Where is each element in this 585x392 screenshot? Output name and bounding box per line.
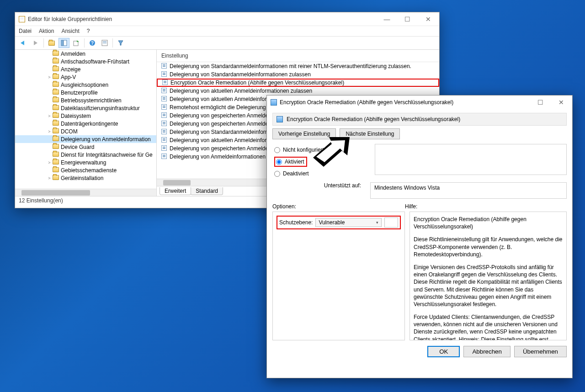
window-title: Editor für lokale Gruppenrichtlinien bbox=[28, 16, 377, 22]
folder-icon bbox=[53, 128, 59, 135]
help-panel: Encryption Oracle Remediation (Abhilfe g… bbox=[410, 212, 567, 340]
radio-disabled[interactable]: Deaktiviert bbox=[274, 168, 370, 180]
list-row[interactable]: Encryption Oracle Remediation (Abhilfe g… bbox=[157, 79, 439, 87]
tree-item[interactable]: Antischadsoftware-Frühstart bbox=[15, 58, 156, 65]
radio-not-configured[interactable]: Nicht konfiguriert bbox=[274, 144, 370, 156]
policy-icon bbox=[277, 116, 283, 122]
minimize-button[interactable]: — bbox=[377, 13, 397, 26]
back-button[interactable] bbox=[18, 38, 29, 48]
tree-item[interactable]: Delegierung von Anmeldeinformation bbox=[15, 135, 156, 143]
previous-setting-button[interactable]: Vorherige Einstellung bbox=[272, 128, 336, 139]
tree-item-label: Energieverwaltung bbox=[61, 159, 106, 166]
list-item-label: Delegierung von gespeicherten Anmeldei bbox=[170, 145, 270, 152]
tree-item[interactable]: >Energieverwaltung bbox=[15, 159, 156, 166]
tree-item[interactable]: Device Guard bbox=[15, 143, 156, 151]
dialog-maximize-button[interactable]: ☐ bbox=[530, 96, 551, 109]
menu-help[interactable]: ? bbox=[87, 28, 90, 34]
up-folder-button[interactable] bbox=[46, 38, 57, 48]
tree-item[interactable]: Ausgleichsoptionen bbox=[15, 81, 156, 89]
radio-group: Nicht konfiguriert Aktiviert Deaktiviert bbox=[274, 144, 370, 180]
expand-icon[interactable]: > bbox=[46, 176, 53, 180]
folder-icon bbox=[53, 152, 59, 158]
tree-item-label: Device Guard bbox=[61, 144, 94, 150]
setting-icon bbox=[161, 145, 167, 152]
list-item-label: Delegierung von Standardanmeldeinform bbox=[170, 129, 270, 135]
policy-title: Encryption Oracle Remediation (Abhilfe g… bbox=[287, 116, 460, 122]
apply-button[interactable]: Übernehmen bbox=[514, 346, 567, 357]
expand-icon[interactable]: > bbox=[46, 114, 53, 118]
folder-icon bbox=[53, 66, 59, 73]
protection-level-extra-input[interactable] bbox=[384, 217, 398, 228]
tree-item[interactable]: Dienst für Integritätsnachweise für Ge bbox=[15, 151, 156, 159]
policy-dialog: Encryption Oracle Remediation (Abhilfe g… bbox=[266, 95, 573, 378]
tree-item[interactable]: >DCOM bbox=[15, 127, 156, 135]
setting-icon bbox=[161, 96, 167, 103]
list-row[interactable]: Delegierung von aktuellen Anmeldeinforma… bbox=[157, 87, 439, 95]
list-item-label: Delegierung von aktuellen Anmeldeinform bbox=[170, 137, 271, 143]
options-panel: Schutzebene: Vulnerable ▾ bbox=[272, 212, 405, 340]
help-icon[interactable]: ? bbox=[87, 38, 98, 48]
list-column-header[interactable]: Einstellung bbox=[157, 50, 439, 62]
setting-icon bbox=[161, 112, 167, 119]
cancel-button[interactable]: Abbrechen bbox=[463, 346, 510, 357]
tree-item[interactable]: Anmelden bbox=[15, 50, 156, 58]
tree-item[interactable]: Benutzerprofile bbox=[15, 89, 156, 96]
filter-button[interactable] bbox=[115, 38, 126, 48]
tree-item-label: Betriebssystemrichtlinien bbox=[61, 97, 122, 104]
menu-file[interactable]: Datei bbox=[19, 28, 32, 34]
supported-on-label: Unterstützt auf: bbox=[274, 182, 366, 189]
setting-icon bbox=[161, 63, 167, 70]
supported-on-value: Mindestens Windows Vista bbox=[370, 182, 567, 199]
folder-icon bbox=[53, 121, 59, 127]
list-item-label: Delegierung von aktuellen Anmeldeinform bbox=[170, 96, 271, 102]
setting-icon bbox=[161, 129, 167, 136]
list-row[interactable]: Delegierung von Standardanmeldeinformati… bbox=[157, 70, 439, 79]
tree-item[interactable]: Dateiklassifizierungsinfrastruktur bbox=[15, 104, 156, 112]
tab-standard[interactable]: Standard bbox=[191, 187, 223, 195]
tree-item-label: Delegierung von Anmeldeinformation bbox=[61, 136, 151, 143]
maximize-button[interactable]: ☐ bbox=[397, 13, 418, 26]
next-setting-button[interactable]: Nächste Einstellung bbox=[340, 128, 400, 139]
dialog-close-button[interactable]: ✕ bbox=[551, 96, 571, 109]
tree-item[interactable]: >Geräteinstallation bbox=[15, 174, 156, 182]
expand-icon[interactable]: > bbox=[46, 160, 53, 165]
radio-enabled[interactable]: Aktiviert bbox=[275, 159, 304, 165]
menu-view[interactable]: Ansicht bbox=[61, 28, 79, 34]
setting-icon bbox=[161, 154, 167, 160]
tree-item-label: Ausgleichsoptionen bbox=[61, 82, 108, 88]
tree-item[interactable]: Datenträgerkontingente bbox=[15, 120, 156, 127]
folder-icon bbox=[53, 167, 59, 174]
properties-button[interactable] bbox=[99, 38, 110, 48]
svg-marker-1 bbox=[34, 41, 37, 45]
show-tree-button[interactable] bbox=[58, 38, 69, 48]
list-row[interactable]: Delegierung von Standardanmeldeinformati… bbox=[157, 62, 439, 70]
export-button[interactable] bbox=[71, 38, 82, 48]
svg-rect-2 bbox=[61, 40, 63, 46]
expand-icon[interactable]: > bbox=[46, 75, 53, 79]
tree-item[interactable]: >App-V bbox=[15, 73, 156, 81]
folder-icon bbox=[53, 90, 59, 96]
tree-item[interactable]: Anzeige bbox=[15, 65, 156, 73]
close-button[interactable]: ✕ bbox=[418, 13, 438, 26]
protection-level-select[interactable]: Vulnerable ▾ bbox=[315, 218, 382, 227]
dialog-icon bbox=[271, 99, 277, 106]
setting-icon bbox=[161, 71, 167, 78]
forward-button[interactable] bbox=[30, 38, 41, 48]
menu-action[interactable]: Aktion bbox=[39, 28, 54, 34]
tree-item[interactable]: Gebietsschemadienste bbox=[15, 166, 156, 174]
expand-icon[interactable]: > bbox=[46, 129, 53, 134]
folder-icon bbox=[53, 97, 59, 104]
ok-button[interactable]: OK bbox=[427, 346, 460, 357]
tree-item[interactable]: Betriebssystemrichtlinien bbox=[15, 96, 156, 104]
tree-item-label: Geräteinstallation bbox=[61, 175, 103, 181]
tree-item-label: DCOM bbox=[61, 128, 78, 135]
tree-item-label: Dateiklassifizierungsinfrastruktur bbox=[61, 105, 140, 111]
comment-textbox[interactable] bbox=[375, 144, 567, 175]
tree-item[interactable]: >Dateisystem bbox=[15, 112, 156, 120]
svg-text:?: ? bbox=[91, 41, 94, 46]
tree-hscrollbar[interactable] bbox=[15, 189, 156, 196]
help-label: Hilfe: bbox=[405, 203, 417, 210]
folder-icon bbox=[53, 144, 59, 150]
dialog-titlebar: Encryption Oracle Remediation (Abhilfe g… bbox=[267, 95, 572, 109]
tab-extended[interactable]: Erweitert bbox=[160, 187, 191, 195]
